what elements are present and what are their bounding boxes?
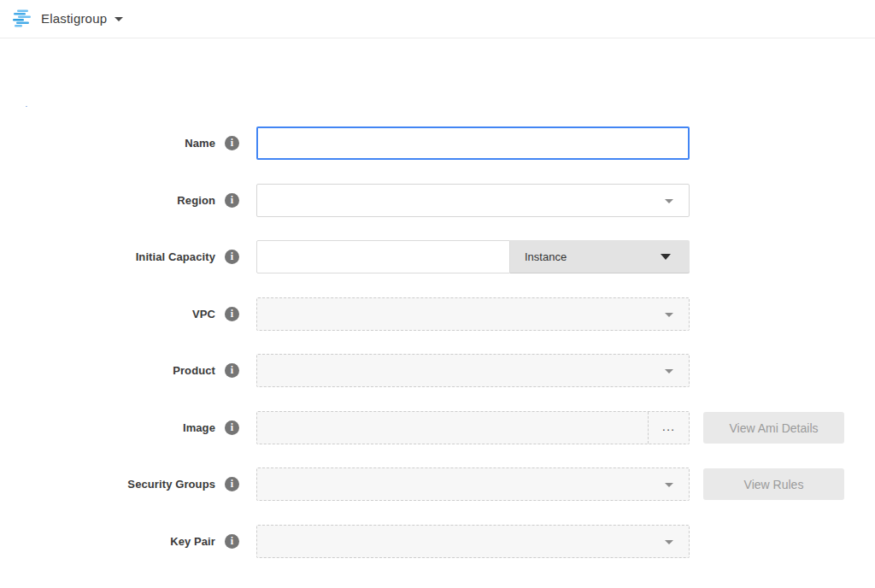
app-header: Elastigroup <box>0 0 875 38</box>
name-label: Name <box>0 126 215 160</box>
form-row-image: Image i ... View Ami Details <box>0 411 875 444</box>
chevron-down-icon <box>661 254 671 260</box>
info-icon[interactable]: i <box>225 363 239 378</box>
image-label: Image <box>0 411 215 444</box>
general-settings-form: Name i Region i Initial Capacity i Insta… <box>0 107 875 588</box>
info-icon[interactable]: i <box>225 307 239 321</box>
chevron-down-icon <box>665 369 673 373</box>
vpc-select[interactable] <box>256 297 690 331</box>
chevron-down-icon <box>665 540 673 544</box>
app-title: Elastigroup <box>41 11 107 26</box>
chevron-down-icon <box>665 313 673 317</box>
form-row-key-pair: Key Pair i <box>0 525 875 558</box>
initial-capacity-input[interactable] <box>256 240 510 273</box>
info-icon[interactable]: i <box>225 534 239 549</box>
chevron-down-icon <box>665 483 673 487</box>
info-icon[interactable]: i <box>225 250 239 264</box>
form-row-security-groups: Security Groups i View Rules <box>0 467 875 501</box>
info-icon[interactable]: i <box>225 420 239 435</box>
product-select[interactable] <box>256 354 690 387</box>
region-select[interactable] <box>256 184 690 217</box>
product-label: Product <box>0 354 215 387</box>
initial-capacity-label: Initial Capacity <box>0 240 215 273</box>
form-row-region: Region i <box>0 184 875 217</box>
chevron-down-icon <box>115 17 123 21</box>
chevron-down-icon <box>665 199 673 203</box>
form-row-initial-capacity: Initial Capacity i Instance <box>0 240 875 273</box>
security-groups-select[interactable] <box>256 467 690 501</box>
image-browse-button[interactable]: ... <box>648 412 689 444</box>
region-label: Region <box>0 184 215 217</box>
name-input[interactable] <box>256 126 690 160</box>
form-row-name: Name i <box>0 126 875 160</box>
elastigroup-logo-icon <box>12 9 32 27</box>
capacity-unit-select[interactable]: Instance <box>510 240 690 273</box>
view-ami-details-button[interactable]: View Ami Details <box>703 412 844 444</box>
form-row-product: Product i <box>0 354 875 387</box>
info-icon[interactable]: i <box>225 477 239 491</box>
view-rules-button[interactable]: View Rules <box>703 468 844 500</box>
elastigroup-create-wizard: Elastigroup General Instance Type Persis… <box>0 0 875 588</box>
info-icon[interactable]: i <box>225 136 239 150</box>
wizard-tabbar: General Instance Type Persistence Instan… <box>0 38 875 108</box>
vpc-label: VPC <box>0 297 215 331</box>
product-switcher[interactable]: Elastigroup <box>12 9 123 27</box>
image-input[interactable]: ... <box>256 411 690 444</box>
key-pair-label: Key Pair <box>0 525 215 558</box>
security-groups-label: Security Groups <box>0 467 215 501</box>
key-pair-select[interactable] <box>256 525 690 558</box>
form-row-vpc: VPC i <box>0 297 875 331</box>
info-icon[interactable]: i <box>225 193 239 208</box>
